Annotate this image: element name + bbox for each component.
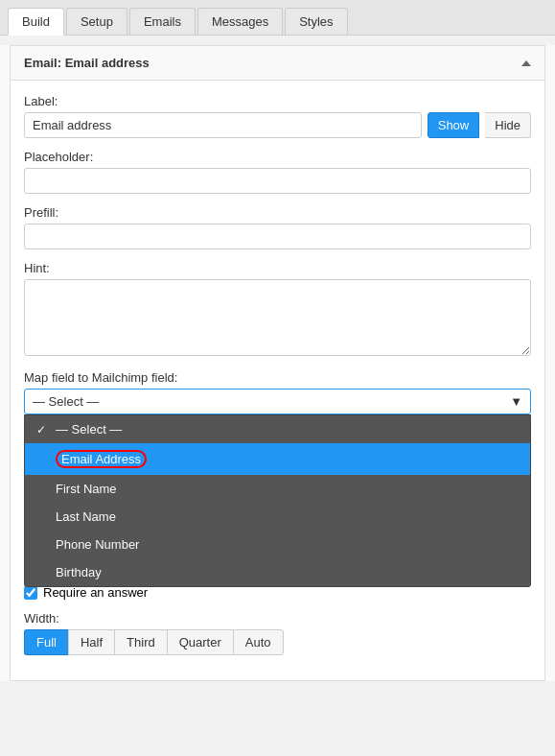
- tab-setup[interactable]: Setup: [66, 8, 127, 35]
- dropdown-option-email[interactable]: Email Address: [25, 443, 530, 475]
- label-row: Show Hide: [24, 112, 531, 138]
- dropdown-value: — Select —: [33, 394, 99, 409]
- checkmark-icon: ✓: [36, 423, 50, 437]
- section-header[interactable]: Email: Email address: [10, 45, 545, 81]
- label-group: Label: Show Hide: [24, 94, 531, 138]
- show-button[interactable]: Show: [428, 112, 480, 138]
- hint-textarea[interactable]: [24, 279, 531, 356]
- highlight-circle: Email Address: [56, 450, 147, 468]
- label-field-label: Label:: [24, 94, 531, 108]
- option-label: Email Address: [56, 450, 147, 468]
- option-label: Last Name: [56, 509, 116, 524]
- tab-build[interactable]: Build: [8, 8, 64, 35]
- prefill-input[interactable]: [24, 224, 531, 249]
- chevron-up-icon[interactable]: [521, 60, 531, 66]
- option-label: — Select —: [56, 422, 122, 437]
- hint-label: Hint:: [24, 261, 531, 275]
- tab-emails[interactable]: Emails: [129, 8, 196, 35]
- dropdown-option-lastname[interactable]: Last Name: [25, 503, 530, 531]
- main-content: Email: Email address Label: Show Hide Pl…: [0, 45, 555, 681]
- label-input[interactable]: [24, 112, 422, 138]
- placeholder-label: Placeholder:: [24, 150, 531, 164]
- map-field-group: Map field to Mailchimp field: — Select —…: [24, 370, 531, 414]
- width-label: Width:: [24, 611, 531, 626]
- dropdown-option-birthday[interactable]: Birthday: [25, 558, 530, 586]
- map-field-label: Map field to Mailchimp field:: [24, 370, 531, 385]
- dropdown-option-firstname[interactable]: First Name: [25, 475, 530, 503]
- require-row: Require an answer: [24, 585, 531, 600]
- width-quarter-button[interactable]: Quarter: [167, 629, 233, 655]
- form-area: Label: Show Hide Placeholder: Prefill: H…: [10, 81, 545, 681]
- tab-messages[interactable]: Messages: [197, 8, 283, 35]
- require-checkbox[interactable]: [24, 586, 37, 600]
- option-label: First Name: [56, 482, 117, 496]
- prefill-group: Prefill:: [24, 205, 531, 249]
- width-group: Width: Full Half Third Quarter Auto: [24, 611, 531, 655]
- width-half-button[interactable]: Half: [68, 629, 114, 655]
- placeholder-input[interactable]: [24, 168, 531, 194]
- dropdown-arrow-icon: ▼: [510, 394, 522, 409]
- section-title: Email: Email address: [24, 56, 150, 70]
- prefill-label: Prefill:: [24, 205, 531, 220]
- tab-bar: Build Setup Emails Messages Styles: [0, 0, 555, 35]
- width-full-button[interactable]: Full: [24, 629, 68, 655]
- dropdown-option-phone[interactable]: Phone Number: [25, 531, 530, 558]
- option-label: Phone Number: [56, 537, 139, 552]
- width-third-button[interactable]: Third: [114, 629, 167, 655]
- tab-styles[interactable]: Styles: [285, 8, 347, 35]
- width-buttons: Full Half Third Quarter Auto: [24, 629, 531, 655]
- hint-group: Hint:: [24, 261, 531, 359]
- placeholder-group: Placeholder:: [24, 150, 531, 194]
- width-auto-button[interactable]: Auto: [233, 629, 284, 655]
- option-label: Birthday: [56, 565, 102, 579]
- dropdown-menu: ✓ — Select — Email Address First Name: [24, 414, 531, 587]
- dropdown-wrapper: — Select — ▼ ✓ — Select — Email Address: [24, 389, 531, 414]
- hide-button[interactable]: Hide: [485, 112, 531, 138]
- dropdown-option-select[interactable]: ✓ — Select —: [25, 415, 530, 443]
- require-label: Require an answer: [43, 585, 148, 600]
- dropdown-trigger[interactable]: — Select — ▼: [24, 389, 531, 414]
